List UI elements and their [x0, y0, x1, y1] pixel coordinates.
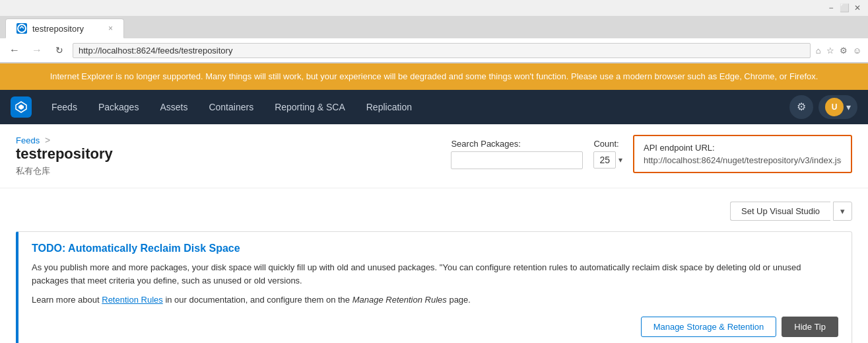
user-menu-button[interactable]: U ▾ [818, 95, 857, 119]
page-content: Feeds > testrepository 私有仓库 Search Packa… [0, 124, 868, 344]
nav-feeds[interactable]: Feeds [42, 98, 86, 116]
maximize-button[interactable]: ⬜ [839, 3, 850, 13]
api-label: API endpoint URL: [644, 143, 842, 153]
tip-actions: Manage Storage & Retention Hide Tip [32, 317, 838, 337]
home-icon[interactable]: ⌂ [815, 46, 822, 56]
setup-row: Set Up Visual Studio ▾ [16, 202, 852, 221]
api-url-input[interactable] [644, 155, 842, 165]
count-value: 25 [593, 151, 616, 169]
refresh-icon: ↻ [55, 45, 63, 56]
settings-gear-icon: ⚙ [797, 100, 806, 113]
tip-footer: Learn more about Retention Rules in our … [32, 293, 838, 307]
account-icon[interactable]: ☺ [851, 46, 863, 56]
close-button[interactable]: ✕ [852, 3, 863, 13]
manage-retention-rules-link: Manage Retention Rules [352, 295, 447, 305]
tip-footer-suffix: page. [449, 295, 471, 305]
address-actions: ⌂ ☆ ⚙ ☺ [815, 46, 863, 56]
breadcrumb-feeds-link[interactable]: Feeds [16, 135, 40, 145]
settings-button[interactable]: ⚙ [789, 95, 813, 119]
navbar-right: ⚙ U ▾ [789, 95, 857, 119]
tip-body-text: As you publish more and more packages, y… [32, 261, 838, 289]
browser-chrome: − ⬜ ✕ testrepository × ← → ↻ ⌂ ☆ ⚙ ☺ [0, 0, 868, 63]
tip-footer-prefix: Learn more about [32, 295, 100, 305]
tab-favicon [17, 23, 27, 34]
user-dropdown-icon: ▾ [846, 102, 851, 112]
forward-icon: → [32, 44, 42, 56]
svg-point-0 [18, 24, 26, 32]
tip-title[interactable]: TODO: Automatically Reclaim Disk Space [32, 243, 838, 254]
tab-bar: testrepository × [0, 16, 868, 38]
active-tab[interactable]: testrepository × [5, 19, 124, 38]
nav-reporting-sca[interactable]: Reporting & SCA [265, 98, 354, 116]
tip-footer-mid: in our documentation, and configure them… [165, 295, 350, 305]
address-bar: ← → ↻ ⌂ ☆ ⚙ ☺ [0, 38, 868, 63]
nav-containers[interactable]: Containers [199, 98, 263, 116]
app-logo [11, 96, 32, 118]
navbar: Feeds Packages Assets Containers Reporti… [0, 90, 868, 124]
tab-title: testrepository [32, 24, 84, 34]
hide-tip-button[interactable]: Hide Tip [782, 317, 838, 337]
breadcrumb-separator: > [45, 135, 50, 145]
header-right: Search Packages: Count: 25 ▾ API endpoin… [451, 135, 852, 173]
breadcrumb: Feeds > [16, 135, 113, 145]
user-avatar: U [825, 98, 844, 116]
repo-info: Feeds > testrepository 私有仓库 [16, 135, 113, 177]
nav-packages[interactable]: Packages [89, 98, 148, 116]
title-bar: − ⬜ ✕ [0, 0, 868, 16]
search-section: Search Packages: [451, 139, 583, 169]
setup-dropdown-icon: ▾ [840, 206, 845, 216]
page-header: Feeds > testrepository 私有仓库 Search Packa… [0, 124, 868, 188]
setup-visual-studio-button[interactable]: Set Up Visual Studio [730, 202, 830, 221]
favorites-icon[interactable]: ☆ [825, 46, 836, 56]
api-endpoint-section: API endpoint URL: [633, 135, 852, 173]
address-input[interactable] [73, 43, 811, 58]
main-content: Set Up Visual Studio ▾ TODO: Automatical… [0, 188, 868, 344]
repository-name: testrepository [16, 145, 113, 163]
retention-rules-link[interactable]: Retention Rules [102, 295, 163, 305]
tip-card: TODO: Automatically Reclaim Disk Space A… [16, 231, 852, 344]
nav-assets[interactable]: Assets [150, 98, 197, 116]
minimize-button[interactable]: − [826, 3, 836, 13]
count-section: Count: 25 ▾ [593, 139, 622, 169]
back-button[interactable]: ← [5, 41, 24, 59]
count-label: Count: [593, 139, 618, 149]
setup-dropdown-button[interactable]: ▾ [833, 202, 852, 221]
count-select[interactable]: 25 ▾ [593, 151, 622, 169]
search-packages-input[interactable] [451, 151, 583, 169]
count-dropdown-icon[interactable]: ▾ [618, 155, 622, 165]
refresh-button[interactable]: ↻ [50, 41, 69, 59]
tab-close-button[interactable]: × [108, 24, 113, 33]
nav-replication[interactable]: Replication [357, 98, 421, 116]
manage-storage-retention-button[interactable]: Manage Storage & Retention [641, 317, 777, 337]
settings-icon[interactable]: ⚙ [838, 46, 849, 56]
svg-marker-2 [18, 104, 24, 110]
search-label: Search Packages: [451, 139, 583, 149]
forward-button[interactable]: → [28, 41, 46, 59]
warning-text: Internet Explorer is no longer supported… [50, 71, 818, 81]
back-icon: ← [9, 44, 20, 56]
repository-description: 私有仓库 [16, 165, 113, 177]
warning-banner: Internet Explorer is no longer supported… [0, 63, 868, 90]
app-container: Internet Explorer is no longer supported… [0, 63, 868, 343]
